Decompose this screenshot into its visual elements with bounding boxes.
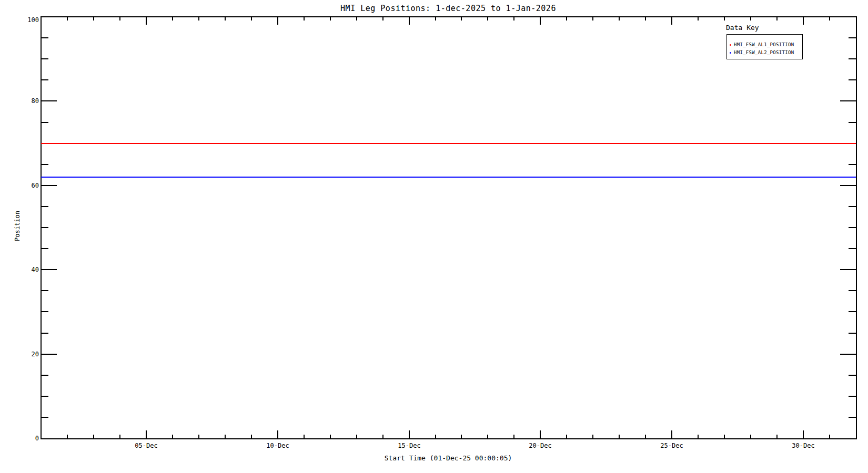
legend-entry-label: HMI_FSW_AL2_POSITION: [734, 49, 794, 56]
x-axis-label: Start Time (01-Dec-25 00:00:05): [385, 454, 512, 462]
legend-entry: HMI_FSW_AL2_POSITION: [730, 49, 794, 56]
y-tick-mirror: [849, 417, 856, 418]
y-tick: [41, 58, 48, 59]
y-tick-mirror: [840, 185, 856, 186]
y-tick-label: 40: [4, 266, 39, 273]
x-tick-mirror: [487, 17, 488, 20]
x-tick-label: 25-Dec: [660, 442, 683, 450]
x-tick-mirror: [277, 17, 278, 25]
legend-entry-label: HMI_FSW_AL1_POSITION: [734, 42, 794, 48]
x-tick: [67, 435, 68, 438]
y-tick-mirror: [849, 164, 856, 165]
y-tick: [41, 311, 48, 312]
x-tick-mirror: [146, 17, 147, 25]
y-tick-mirror: [849, 206, 856, 207]
x-tick: [119, 435, 120, 438]
y-tick: [41, 417, 48, 418]
y-tick-mirror: [840, 269, 856, 270]
x-tick-mirror: [698, 17, 699, 20]
y-tick-label: 100: [4, 16, 39, 24]
y-tick: [41, 269, 57, 270]
x-tick: [487, 435, 488, 438]
x-tick: [803, 430, 804, 438]
y-tick-mirror: [849, 290, 856, 291]
y-tick: [41, 100, 57, 101]
x-tick: [645, 435, 646, 438]
x-tick-label: 10-Dec: [266, 442, 289, 450]
x-tick: [461, 435, 462, 438]
x-tick-mirror: [566, 17, 567, 20]
x-tick-mirror: [119, 17, 120, 20]
x-tick: [592, 435, 593, 438]
x-tick-mirror: [461, 17, 462, 20]
x-tick-mirror: [776, 17, 778, 20]
x-tick-label: 20-Dec: [529, 442, 551, 450]
x-tick-mirror: [645, 17, 646, 20]
series-line-hmi_fsw_al1_position: [41, 143, 856, 144]
x-tick: [513, 435, 514, 438]
x-tick: [750, 435, 751, 438]
x-tick-mirror: [330, 17, 331, 20]
x-tick: [619, 435, 620, 438]
legend-marker-dot: [730, 44, 731, 46]
x-tick-mirror: [435, 17, 436, 20]
y-tick-mirror: [849, 333, 856, 334]
y-tick: [41, 354, 57, 355]
x-tick-label: 30-Dec: [792, 442, 814, 450]
x-tick: [93, 435, 94, 438]
y-tick: [41, 227, 48, 228]
y-tick: [41, 290, 48, 291]
x-tick-mirror: [619, 17, 620, 20]
x-tick: [566, 435, 567, 438]
legend-marker-dot: [730, 52, 731, 54]
x-tick: [251, 435, 252, 438]
y-tick-label: 60: [4, 182, 39, 189]
y-tick-mirror: [840, 354, 856, 355]
x-tick: [382, 435, 383, 438]
x-tick: [172, 435, 173, 438]
y-tick-mirror: [849, 37, 856, 38]
y-tick: [41, 164, 48, 165]
x-tick: [776, 435, 778, 438]
x-tick-mirror: [382, 17, 383, 20]
y-tick-label: 20: [4, 351, 39, 358]
x-tick: [356, 435, 357, 438]
y-tick-mirror: [840, 100, 856, 101]
x-tick: [225, 435, 226, 438]
x-tick-mirror: [172, 17, 173, 20]
x-tick-label: 05-Dec: [135, 442, 157, 450]
legend-entry: HMI_FSW_AL1_POSITION: [730, 42, 794, 48]
x-tick-mirror: [93, 17, 94, 20]
y-tick-mirror: [849, 311, 856, 312]
x-tick: [330, 435, 331, 438]
x-tick: [829, 435, 830, 438]
x-tick-mirror: [724, 17, 725, 20]
x-tick: [304, 435, 305, 438]
hmi-leg-positions-plot: HMI Leg Positions: 1-dec-2025 to 1-Jan-2…: [0, 0, 868, 473]
x-tick-mirror: [540, 17, 541, 25]
y-tick-mirror: [849, 227, 856, 228]
x-tick-mirror: [513, 17, 514, 20]
x-tick: [198, 435, 199, 438]
y-tick-mirror: [849, 375, 856, 376]
x-tick-mirror: [304, 17, 305, 20]
y-tick-mirror: [849, 58, 856, 59]
x-tick-mirror: [67, 17, 68, 20]
y-tick-label: 80: [4, 97, 39, 105]
y-tick: [41, 79, 48, 80]
x-tick-mirror: [803, 17, 804, 25]
y-tick: [41, 185, 57, 186]
y-tick: [41, 333, 48, 334]
x-tick: [724, 435, 725, 438]
y-tick-mirror: [849, 396, 856, 397]
y-tick: [41, 37, 48, 38]
y-tick: [41, 122, 48, 123]
y-tick: [41, 206, 48, 207]
x-tick-mirror: [409, 17, 410, 25]
x-tick-mirror: [251, 17, 252, 20]
x-tick: [540, 430, 541, 438]
chart-title: HMI Leg Positions: 1-dec-2025 to 1-Jan-2…: [340, 4, 556, 13]
x-tick-mirror: [750, 17, 751, 20]
x-tick: [671, 430, 672, 438]
x-tick: [277, 430, 278, 438]
